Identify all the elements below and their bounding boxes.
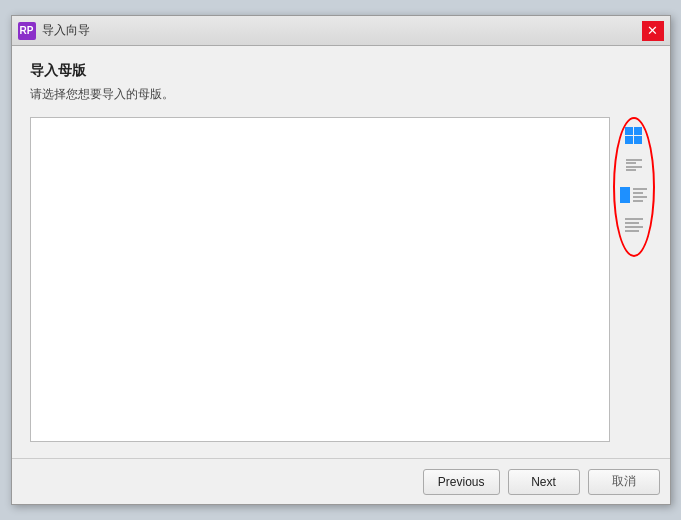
page-subtitle: 请选择您想要导入的母版。: [30, 86, 652, 103]
app-logo: RP: [18, 22, 36, 40]
grid-icon: [625, 127, 642, 144]
wizard-content: 导入母版 请选择您想要导入的母版。: [12, 46, 670, 458]
large-icon-view-button[interactable]: [619, 121, 649, 149]
import-wizard-window: RP 导入向导 ✕ 导入母版 请选择您想要导入的母版。: [11, 15, 671, 505]
detail-icon: [620, 187, 647, 203]
next-button[interactable]: Next: [508, 469, 580, 495]
close-button[interactable]: ✕: [642, 21, 664, 41]
main-area: [30, 117, 652, 442]
page-title: 导入母版: [30, 62, 652, 80]
list-view-button[interactable]: [619, 151, 649, 179]
cancel-button[interactable]: 取消: [588, 469, 660, 495]
small-lines-icon: [625, 218, 643, 232]
detail-view-button[interactable]: [619, 181, 649, 209]
wizard-footer: Previous Next 取消: [12, 458, 670, 504]
previous-button[interactable]: Previous: [423, 469, 500, 495]
title-bar: RP 导入向导 ✕: [12, 16, 670, 46]
window-title: 导入向导: [42, 22, 642, 39]
master-list-panel[interactable]: [30, 117, 610, 442]
sidebar-tools: [616, 117, 652, 442]
list-icon: [626, 159, 642, 171]
small-list-button[interactable]: [619, 211, 649, 239]
